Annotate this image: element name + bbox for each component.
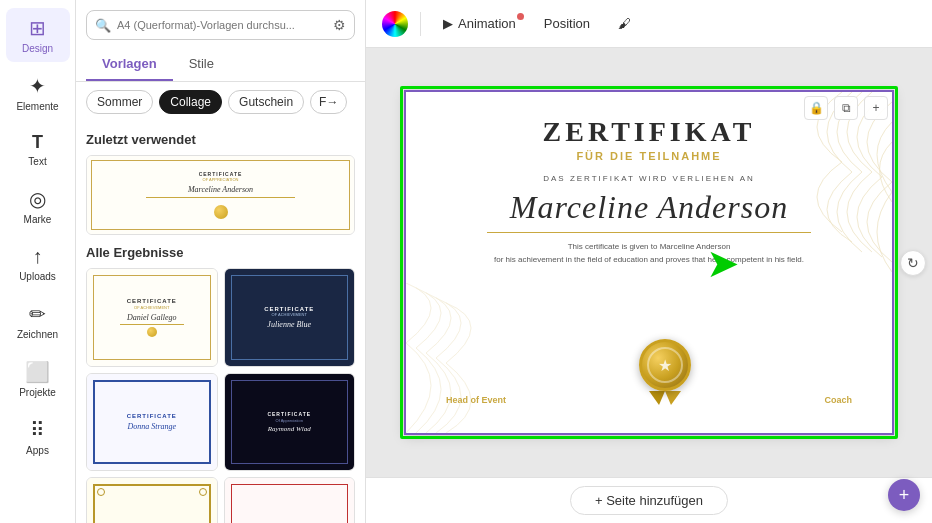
apps-icon: ⠿ bbox=[30, 418, 45, 442]
uploads-icon: ↑ bbox=[33, 245, 43, 268]
sidebar-item-design[interactable]: ⊞ Design bbox=[6, 8, 70, 62]
add-page-bar: + Seite hinzufügen bbox=[366, 477, 932, 523]
tab-vorlagen[interactable]: Vorlagen bbox=[86, 48, 173, 81]
sidebar-item-draw[interactable]: ✏ Zeichnen bbox=[6, 294, 70, 348]
cert-title: ZERTIFIKAT bbox=[543, 116, 756, 148]
sidebar-item-label: Text bbox=[28, 156, 46, 167]
customize-icon: 🖌 bbox=[618, 16, 631, 31]
template-item[interactable]: CERTIFICATE OF ACHIEVEMENT Daniel Galleg… bbox=[86, 268, 218, 367]
chip-more[interactable]: F→ bbox=[310, 90, 347, 114]
position-button[interactable]: Position bbox=[534, 11, 600, 36]
animation-button[interactable]: ▶ Animation bbox=[433, 11, 526, 36]
seal-circle: ★ bbox=[639, 339, 691, 391]
position-label: Position bbox=[544, 16, 590, 31]
fab-icon: + bbox=[899, 485, 910, 506]
chip-gutschein[interactable]: Gutschein bbox=[228, 90, 304, 114]
sidebar-item-label: Zeichnen bbox=[17, 329, 58, 340]
animation-label: Animation bbox=[458, 16, 516, 31]
main-area: ▶ Animation Position 🖌 ➤ 🔒 ⧉ + ↻ bbox=[366, 0, 932, 523]
recently-used-title: Zuletzt verwendet bbox=[86, 132, 355, 147]
sidebar-item-apps[interactable]: ⠿ Apps bbox=[6, 410, 70, 464]
tabs-row: Vorlagen Stile bbox=[76, 48, 365, 82]
template-item[interactable]: CERTIFICATE bbox=[86, 477, 218, 523]
draw-icon: ✏ bbox=[29, 302, 46, 326]
cert-recipient-name: Marceline Anderson bbox=[510, 189, 788, 226]
seal-star-icon: ★ bbox=[658, 356, 672, 375]
sidebar-item-label: Elemente bbox=[16, 101, 58, 112]
tab-stile[interactable]: Stile bbox=[173, 48, 230, 81]
refresh-icon[interactable]: ↻ bbox=[900, 250, 926, 276]
copy-icon[interactable]: ⧉ bbox=[834, 96, 858, 120]
filter-icon[interactable]: ⚙ bbox=[333, 17, 346, 33]
certificate-canvas[interactable]: ZERTIFIKAT FÜR DIE TEILNAHME DAS ZERTIFI… bbox=[404, 90, 894, 435]
animation-dot bbox=[517, 13, 524, 20]
template-grid: CERTIFICATE OF ACHIEVEMENT Daniel Galleg… bbox=[86, 268, 355, 523]
projects-icon: ⬜ bbox=[25, 360, 50, 384]
design-icon: ⊞ bbox=[29, 16, 46, 40]
cert-inner: ZERTIFIKAT FÜR DIE TEILNAHME DAS ZERTIFI… bbox=[406, 92, 892, 433]
search-icon: 🔍 bbox=[95, 18, 111, 33]
sidebar-item-label: Design bbox=[22, 43, 53, 54]
brand-icon: ◎ bbox=[29, 187, 46, 211]
animation-icon: ▶ bbox=[443, 16, 453, 31]
sidebar-item-label: Uploads bbox=[19, 271, 56, 282]
chips-row: Sommer Collage Gutschein F→ bbox=[76, 82, 365, 122]
template-item[interactable]: CERTIFICATE Of Appreciation Raymond Wlad bbox=[224, 373, 356, 472]
toolbar: ▶ Animation Position 🖌 bbox=[366, 0, 932, 48]
sidebar-item-label: Apps bbox=[26, 445, 49, 456]
sidebar-item-text[interactable]: T Text bbox=[6, 124, 70, 175]
canvas-area: ➤ 🔒 ⧉ + ↻ bbox=[366, 48, 932, 477]
search-input[interactable] bbox=[117, 19, 327, 31]
green-arrow: ➤ bbox=[706, 240, 740, 286]
cert-role-left: Head of Event bbox=[446, 395, 506, 405]
fab-button[interactable]: + bbox=[888, 479, 920, 511]
add-page-label: + Seite hinzufügen bbox=[595, 493, 703, 508]
elements-icon: ✦ bbox=[29, 74, 46, 98]
template-item[interactable]: CERTIFICATE Donna Strange bbox=[86, 373, 218, 472]
add-icon[interactable]: + bbox=[864, 96, 888, 120]
sidebar-item-projects[interactable]: ⬜ Projekte bbox=[6, 352, 70, 406]
chip-collage[interactable]: Collage bbox=[159, 90, 222, 114]
sidebar-item-uploads[interactable]: ↑ Uploads bbox=[6, 237, 70, 290]
recently-used-template[interactable]: CERTIFICATE OF APPRECIATION Marceline An… bbox=[86, 155, 355, 235]
cert-subtitle: FÜR DIE TEILNAHME bbox=[576, 150, 721, 162]
customize-button[interactable]: 🖌 bbox=[608, 11, 641, 36]
sidebar-item-label: Marke bbox=[24, 214, 52, 225]
sidebar-item-elements[interactable]: ✦ Elemente bbox=[6, 66, 70, 120]
add-page-button[interactable]: + Seite hinzufügen bbox=[570, 486, 728, 515]
corner-icons: 🔒 ⧉ + bbox=[804, 96, 888, 120]
cert-description: This certificate is given to Marceline A… bbox=[494, 241, 804, 267]
lock-icon[interactable]: 🔒 bbox=[804, 96, 828, 120]
cert-role-right: Coach bbox=[824, 395, 852, 405]
sidebar: ⊞ Design ✦ Elemente T Text ◎ Marke ↑ Upl… bbox=[0, 0, 76, 523]
certificate-wrapper: 🔒 ⧉ + ↻ bbox=[404, 90, 894, 435]
toolbar-divider bbox=[420, 12, 421, 36]
sidebar-item-brand[interactable]: ◎ Marke bbox=[6, 179, 70, 233]
template-item[interactable]: URKUNDE bbox=[224, 477, 356, 523]
sidebar-item-label: Projekte bbox=[19, 387, 56, 398]
cert-footer: Head of Event ★ bbox=[446, 339, 852, 417]
cert-awarded-label: DAS ZERTIFIKAT WIRD VERLIEHEN AN bbox=[543, 174, 755, 183]
panel-content: Zuletzt verwendet CERTIFICATE OF APPRECI… bbox=[76, 122, 365, 523]
template-item[interactable]: CERTIFICATE OF ACHIEVEMENT Julienne Blue bbox=[224, 268, 356, 367]
search-bar: 🔍 ⚙ bbox=[86, 10, 355, 40]
seal-inner: ★ bbox=[647, 347, 683, 383]
color-wheel[interactable] bbox=[382, 11, 408, 37]
cert-divider-line bbox=[487, 232, 812, 233]
chip-sommer[interactable]: Sommer bbox=[86, 90, 153, 114]
text-icon: T bbox=[32, 132, 43, 153]
template-panel: 🔍 ⚙ Vorlagen Stile Sommer Collage Gutsch… bbox=[76, 0, 366, 523]
cert-seal: ★ bbox=[639, 339, 691, 405]
all-results-title: Alle Ergebnisse bbox=[86, 245, 355, 260]
